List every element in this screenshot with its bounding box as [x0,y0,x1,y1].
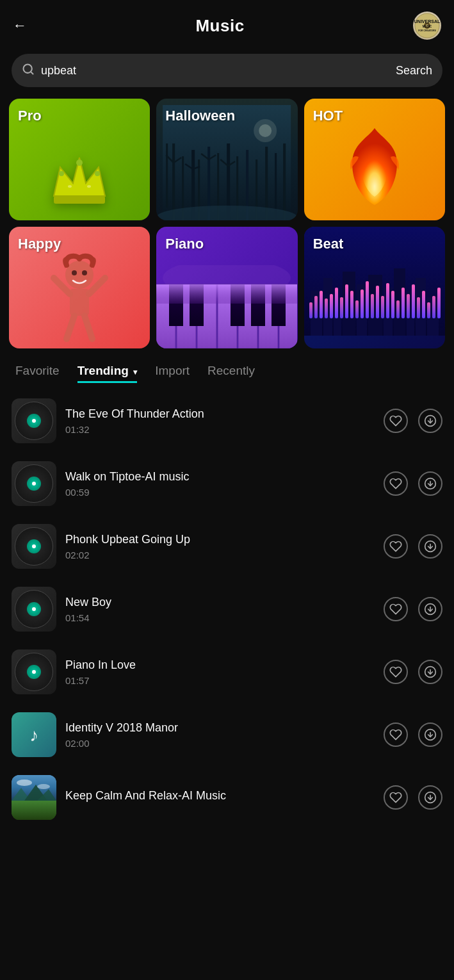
category-hot[interactable]: HOT [304,99,445,220]
like-button[interactable] [384,785,408,810]
like-button[interactable] [384,597,408,621]
track-duration: 00:59 [65,487,375,498]
svg-text:♪: ♪ [29,725,38,745]
svg-rect-90 [386,283,389,318]
track-title: Piano In Love [65,658,375,672]
svg-rect-31 [283,143,286,220]
svg-rect-94 [407,294,410,318]
track-thumbnail [12,461,56,506]
category-happy-label: Happy [18,236,61,252]
svg-rect-92 [396,300,400,318]
svg-point-41 [65,261,93,289]
track-title: Keep Calm And Relax-AI Music [65,789,375,803]
download-button[interactable] [418,785,442,810]
category-pro-label: Pro [18,108,42,124]
download-button[interactable] [418,660,442,684]
svg-rect-82 [345,284,348,318]
svg-rect-62 [156,284,297,304]
track-info: Phonk Upbeat Going Up 02:02 [65,533,375,560]
download-button[interactable] [418,471,442,496]
like-button[interactable] [384,409,408,433]
svg-line-47 [67,316,74,339]
category-pro[interactable]: Pro [9,99,150,220]
tab-trending[interactable]: Trending ▾ [77,364,138,383]
track-item[interactable]: Keep Calm And Relax-AI Music [0,766,454,829]
category-halloween[interactable]: Halloween [156,99,297,220]
svg-line-7 [31,71,33,74]
tab-import[interactable]: Import [155,364,190,383]
track-item[interactable]: Phonk Upbeat Going Up 02:02 [0,515,454,578]
track-item[interactable]: Piano In Love 01:57 [0,641,454,703]
download-button[interactable] [418,534,442,559]
search-button[interactable]: Search [396,64,432,78]
search-input[interactable] [41,64,389,78]
like-button[interactable] [384,660,408,684]
track-item[interactable]: ♪ Identity V 2018 Manor 02:00 [0,703,454,766]
svg-rect-97 [422,291,425,318]
track-info: Keep Calm And Relax-AI Music [65,789,375,806]
svg-rect-9 [54,196,105,204]
svg-rect-19 [166,143,168,208]
download-button[interactable] [418,597,442,621]
download-button[interactable] [418,409,442,433]
track-duration: 01:32 [65,424,375,435]
svg-rect-69 [368,275,382,336]
like-button[interactable] [384,534,408,559]
track-info: Walk on Tiptoe-AI music 00:59 [65,470,375,498]
svg-rect-96 [417,297,420,318]
track-actions [384,723,442,747]
svg-point-13 [68,185,72,188]
track-item[interactable]: New Boy 01:54 [0,578,454,641]
tab-recently[interactable]: Recently [207,364,255,383]
category-halloween-label: Halloween [165,108,235,124]
like-button[interactable] [384,723,408,747]
svg-rect-18 [172,143,175,220]
svg-rect-79 [330,294,333,318]
svg-rect-91 [391,291,394,318]
svg-line-48 [85,316,92,339]
track-duration: 02:00 [65,738,375,749]
category-happy[interactable]: Happy [9,227,150,348]
back-button[interactable]: ← [13,17,27,34]
download-button[interactable] [418,723,442,747]
track-info: Piano In Love 01:57 [65,658,375,686]
svg-rect-89 [381,296,384,318]
track-title: Identity V 2018 Manor [65,721,375,735]
track-info: Identity V 2018 Manor 02:00 [65,721,375,749]
svg-point-12 [95,171,100,176]
universal-logo: UNIVERSAL MUSIC FOR CREATORS [413,12,441,40]
svg-rect-87 [371,294,374,318]
svg-rect-83 [350,291,353,318]
track-duration: 02:02 [65,550,375,560]
category-piano[interactable]: Piano [156,227,297,348]
svg-rect-84 [355,300,359,318]
track-duration: 01:54 [65,612,375,623]
header: ← Music UNIVERSAL MUSIC FOR CREATORS [0,0,454,46]
track-actions [384,785,442,810]
tab-favorite[interactable]: Favorite [15,364,60,383]
track-title: New Boy [65,596,375,609]
svg-point-10 [76,159,83,166]
flame-icon [339,125,410,217]
like-button[interactable] [384,471,408,496]
category-beat[interactable]: Beat [304,227,445,348]
track-thumbnail [12,775,56,820]
category-piano-label: Piano [165,236,204,252]
track-actions [384,660,442,684]
svg-rect-86 [366,281,369,318]
track-actions [384,534,442,559]
category-grid: Pro Halloween [0,99,454,220]
track-item[interactable]: Walk on Tiptoe-AI music 00:59 [0,452,454,515]
svg-rect-88 [376,286,379,318]
svg-text:FOR CREATORS: FOR CREATORS [418,29,436,32]
track-duration: 01:57 [65,675,375,686]
svg-rect-100 [437,288,441,318]
track-item[interactable]: The Eve Of Thunder Action 01:32 [0,389,454,452]
tabs-row: Favorite Trending ▾ Import Recently [0,355,454,383]
svg-point-120 [37,784,50,789]
svg-rect-99 [432,296,435,318]
svg-text:UNIVERSAL: UNIVERSAL [414,19,440,24]
track-actions [384,409,442,433]
category-grid-row2: Happy [0,227,454,348]
track-thumbnail [12,398,56,443]
